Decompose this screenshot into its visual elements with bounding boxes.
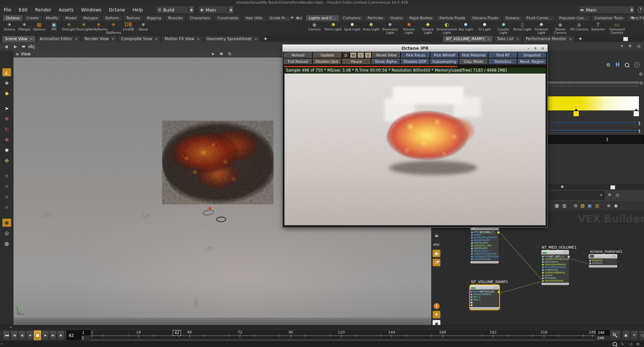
ipr-toggle[interactable]: I: [357, 52, 364, 58]
port-dot[interactable]: [471, 294, 472, 295]
shelf-tool[interactable]: ✳ Octane: [2, 21, 17, 35]
tool-icon[interactable]: ✤: [2, 157, 11, 165]
port-dot[interactable]: [471, 302, 472, 303]
menu-item[interactable]: Assets: [55, 5, 77, 15]
network-tool-icon[interactable]: ▦: [555, 203, 559, 208]
shelf-tab[interactable]: Rigging: [144, 15, 164, 21]
tool-icon[interactable]: ∩: [2, 203, 11, 212]
shelf-tab[interactable]: Texture: [123, 15, 143, 21]
shelf-tool[interactable]: ◉ Stereo Camera: [551, 21, 570, 35]
ipr-button[interactable]: Show Alpha: [371, 59, 400, 65]
shelf-tab[interactable]: Pyro FX: [627, 15, 644, 21]
node-port[interactable]: sampling_rate: [471, 244, 499, 247]
current-frame-indicator[interactable]: 42: [173, 330, 181, 336]
viewport-view-menu[interactable]: View: [21, 52, 30, 56]
node-port[interactable]: visibleOnSpecular: [471, 252, 499, 255]
close-icon[interactable]: ×: [516, 37, 519, 41]
display-option-icon[interactable]: ✚: [433, 311, 440, 318]
node-port[interactable]: Key 1: [471, 296, 499, 298]
network-path[interactable]: obj: [28, 44, 34, 49]
ipr-button[interactable]: Find RT: [489, 52, 517, 58]
pin-icon[interactable]: ✜: [628, 44, 632, 48]
clipboard-icon[interactable]: ⧉: [637, 342, 639, 346]
move-icon[interactable]: ✥: [220, 51, 223, 56]
node-port[interactable]: lightPassId: [471, 247, 499, 250]
shelf-tab[interactable]: Viscous Fluids: [469, 15, 502, 21]
current-frame-field[interactable]: 42: [66, 330, 81, 340]
node-port[interactable]: rayMarchStepLength: [542, 258, 569, 261]
ipr-button[interactable]: Disable Upd.: [313, 59, 342, 65]
menu-item[interactable]: Help: [129, 5, 147, 15]
undo-playback-button[interactable]: ↶: [630, 330, 638, 340]
close-icon[interactable]: ×: [569, 37, 572, 41]
node-port[interactable]: maxGridValue: [471, 293, 499, 296]
node-port[interactable]: Key 2: [471, 298, 499, 301]
node-port[interactable]: absorption: [542, 261, 569, 263]
port-dot[interactable]: [471, 231, 473, 233]
shelf-tab[interactable]: Characters: [186, 15, 213, 21]
shelf-tab[interactable]: Lights and C…: [306, 15, 339, 21]
shelf-tool[interactable]: ✹ Geometry Light: [381, 21, 400, 35]
shelf-tab[interactable]: Grains: [387, 15, 406, 21]
shelf-tool[interactable]: ✹ Distant Light: [418, 21, 437, 35]
close-icon[interactable]: ×: [254, 37, 257, 41]
set-key-button[interactable]: [610, 330, 621, 341]
new-pane-tab-button[interactable]: +: [261, 35, 270, 42]
shelf-tab[interactable]: Rigid Bodies: [406, 15, 436, 21]
forward-button[interactable]: ▶: [12, 44, 19, 49]
ramp-key-marker[interactable]: [573, 111, 579, 117]
tool-icon[interactable]: ◈: [2, 79, 11, 87]
tool-icon[interactable]: ✥: [2, 115, 11, 123]
shelf-tool[interactable]: Y Switcher: [589, 21, 608, 35]
menu-item[interactable]: Octane: [105, 5, 129, 15]
node-port[interactable]: absorptionRamp: [542, 263, 569, 266]
shelf-tool[interactable]: ▦ Options: [32, 21, 47, 35]
node-port[interactable]: power: [471, 233, 499, 236]
shelf-tool[interactable]: ✳ OctLight: [61, 21, 76, 35]
display-option-icon[interactable]: !: [434, 303, 440, 309]
port-dot[interactable]: [589, 263, 591, 264]
shelf-tool[interactable]: ✳ RTarget: [17, 21, 32, 35]
houdini-logo-icon[interactable]: H: [616, 62, 620, 68]
close-icon[interactable]: ×: [111, 37, 114, 41]
shelf-tab[interactable]: Modify: [43, 15, 61, 21]
shelf-tool[interactable]: ✹ Volume Light: [400, 21, 418, 35]
desktop-switch-combo[interactable]: ▬ Main: [578, 6, 629, 14]
transport-button[interactable]: |◀: [10, 330, 18, 340]
shelf-tab[interactable]: Collisions: [340, 15, 364, 21]
target-icon[interactable]: ◎: [637, 44, 641, 48]
transport-button[interactable]: |◀◀: [3, 330, 10, 340]
port-dot[interactable]: [471, 291, 472, 293]
shelf-tab[interactable]: Constraints: [214, 15, 242, 21]
node-port[interactable]: transparentEmission: [471, 255, 499, 258]
port-dot[interactable]: [471, 258, 473, 260]
rotate-icon[interactable]: ↻: [228, 51, 232, 56]
ipr-button[interactable]: Disable DOF: [401, 59, 430, 65]
pane-tab[interactable]: Geometry Spreadsheet ×: [204, 35, 260, 42]
node-port[interactable]: material: [589, 259, 617, 262]
node-port[interactable]: medium: [589, 262, 617, 265]
node-port[interactable]: [471, 304, 499, 306]
port-dot[interactable]: [471, 245, 473, 247]
tool-icon[interactable]: ∩: [2, 182, 11, 191]
shelf-tool[interactable]: ✳ -ObjParms: [106, 21, 121, 35]
new-pane-tab-button[interactable]: +: [576, 35, 585, 42]
pane-tab[interactable]: Take List ×: [494, 35, 522, 42]
audio-icon[interactable]: ◁): [628, 342, 633, 346]
tool-icon[interactable]: ◎: [2, 229, 11, 237]
select-icon[interactable]: ➤: [211, 51, 215, 56]
transport-button[interactable]: ▶|: [49, 330, 57, 340]
shelf-tool[interactable]: ◐ Environment Light: [437, 21, 456, 35]
node-nt-med-volume1[interactable]: /// scale NT_MED_V… rayMarchStepLength: [541, 250, 569, 285]
port-dot[interactable]: [471, 240, 473, 241]
ipr-button[interactable]: Pick Material: [460, 52, 488, 58]
node-port[interactable]: emissionRamp: [542, 279, 569, 282]
main-combo[interactable]: ◉ Main: [198, 6, 228, 14]
shelf-tool[interactable]: ✹ Caustic Light: [494, 21, 513, 35]
close-icon[interactable]: ×: [30, 37, 33, 41]
shelf-tab[interactable]: Populate Con…: [556, 15, 591, 21]
splitter-icon[interactable]: ▾: [1, 342, 3, 346]
network-tool-icon[interactable]: ◉: [614, 203, 618, 208]
node-port[interactable]: distribution: [471, 242, 499, 244]
ipr-button[interactable]: Snapshot: [518, 52, 546, 58]
